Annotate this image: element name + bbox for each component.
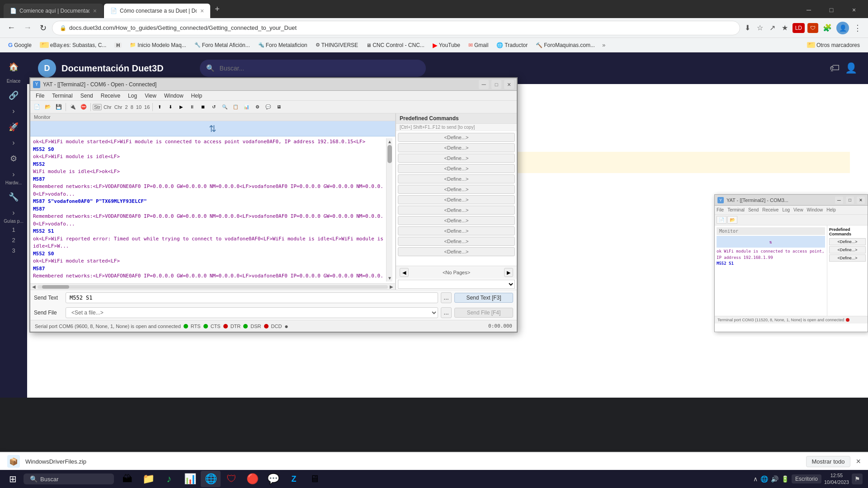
taskbar-app-chrome[interactable]: 🌐 — [201, 471, 221, 487]
menu-button[interactable]: ⋮ — [852, 21, 863, 35]
browser-tab-1[interactable]: 📄 Comience aquí | Documentación... × — [4, 4, 103, 18]
tb-btn-a[interactable]: ⬆ — [155, 103, 165, 112]
nav-num3[interactable]: 3 — [11, 246, 16, 255]
tb-btn-d[interactable]: ⏸ — [187, 103, 197, 112]
star-icon-button[interactable]: ★ — [780, 22, 790, 34]
menu-help[interactable]: Help — [188, 92, 206, 100]
bookmark-inicio[interactable]: 📁 Inicio Modelo Maq... — [126, 41, 189, 50]
tray-network-icon[interactable]: 🌐 — [760, 475, 768, 483]
yat-minimize-button[interactable]: ─ — [479, 80, 489, 89]
taskbar-app-spotify[interactable]: ♪ — [159, 471, 179, 487]
nav-chevron3[interactable]: › — [12, 170, 14, 178]
tb-save[interactable]: 💾 — [54, 103, 64, 112]
predefined-btn-11[interactable]: <Define...> — [398, 247, 515, 256]
send-text-dots-button[interactable]: … — [441, 292, 452, 303]
browser-tab-2[interactable]: 📄 Cómo conectarse a su Duet | Do... × — [104, 4, 210, 18]
bookmark-foro-metal[interactable]: 🔧 Foro Metal Afición... — [191, 41, 254, 50]
back-button[interactable]: ← — [5, 21, 18, 34]
send-file-select[interactable]: <Set a file...> — [66, 307, 438, 318]
bg-define-btn1[interactable]: <Define...> — [829, 238, 866, 245]
bookmark-cnc[interactable]: 🖥 CNC Control - CNC... — [363, 41, 428, 50]
bookmark-ebay[interactable]: 📁 eBay.es: Subastas, C... — [36, 41, 110, 50]
predefined-btn-5[interactable]: <Define...> — [398, 185, 515, 194]
predefined-btn-2[interactable]: <Define...> — [398, 154, 515, 163]
send-text-input[interactable] — [66, 292, 438, 303]
menu-receive[interactable]: Receive — [97, 92, 124, 100]
tb-btn-h[interactable]: 📋 — [231, 103, 241, 112]
bookmark-google[interactable]: G Google — [5, 40, 35, 50]
bg-define-btn3[interactable]: <Define...> — [829, 254, 866, 262]
menu-file[interactable]: File — [32, 92, 48, 100]
taskbar-search-box[interactable]: 🔍 Buscar — [24, 474, 114, 484]
pages-next-button[interactable]: ▶ — [504, 268, 513, 277]
send-text-button[interactable]: Send Text [F3] — [454, 293, 513, 303]
predefined-btn-6[interactable]: <Define...> — [398, 195, 515, 204]
predefined-btn-1[interactable]: <Define...> — [398, 143, 515, 152]
predefined-btn-4[interactable]: <Define...> — [398, 174, 515, 183]
taskbar-app-explorer[interactable]: 📁 — [138, 471, 158, 487]
share-icon-button[interactable]: ↗ — [768, 22, 777, 34]
predefined-btn-8[interactable]: <Define...> — [398, 216, 515, 225]
h-right-arrow[interactable]: ▶ — [390, 284, 393, 289]
user-avatar-button[interactable]: 👤 — [836, 22, 849, 34]
bg-tb2[interactable]: 📂 — [727, 216, 737, 224]
taskbar-app-excel[interactable]: 📊 — [180, 471, 200, 487]
nav-gear-icon[interactable]: ⚙ — [4, 149, 24, 169]
scroll-thumb[interactable] — [387, 145, 392, 163]
scroll-icon[interactable]: ⇅ — [209, 123, 217, 134]
start-button[interactable]: ⊞ — [3, 471, 23, 487]
tb-btn-k[interactable]: 💬 — [263, 103, 273, 112]
tb-btn-c[interactable]: ▶ — [176, 103, 186, 112]
download-icon-button[interactable]: ⬇ — [743, 22, 752, 34]
taskbar-app-terminal[interactable]: 🖥 — [305, 471, 325, 487]
new-tab-button[interactable]: + — [211, 5, 223, 14]
predefined-btn-0[interactable]: <Define...> — [398, 133, 515, 142]
nav-wrench-icon[interactable]: 🔧 — [4, 187, 24, 207]
predefined-btn-7[interactable]: <Define...> — [398, 206, 515, 215]
taskbar-app-red[interactable]: 🔴 — [242, 471, 262, 487]
tab2-close[interactable]: × — [200, 7, 204, 14]
bg-yat-restore[interactable]: □ — [846, 197, 854, 204]
bookmarks-more[interactable]: » — [599, 40, 608, 50]
taskbar-app-z[interactable]: Z — [284, 471, 304, 487]
reload-button[interactable]: ↻ — [37, 21, 49, 35]
tb-btn-f[interactable]: ↺ — [209, 103, 219, 112]
extension2-icon[interactable]: 🛡 — [807, 23, 818, 33]
predefined-page-select[interactable] — [398, 280, 515, 289]
other-bookmarks[interactable]: 📁 Otros marcadores — [803, 41, 863, 50]
send-file-dots-button[interactable]: … — [441, 307, 452, 318]
bookmark-foro-metalaficion[interactable]: 🔩 Foro Metalaficion — [255, 41, 311, 50]
horizontal-scrollbar[interactable]: ◀ ▶ — [30, 283, 395, 290]
yat-close-button[interactable]: × — [504, 80, 514, 89]
taskbar-app-mountains[interactable]: 🏔 — [118, 471, 137, 487]
puzzle-icon[interactable]: 🧩 — [821, 22, 834, 34]
nav-num2[interactable]: 2 — [11, 236, 16, 244]
address-bar[interactable]: 🔒 docs.duet3d.com/How_to_guides/Getting_… — [52, 21, 740, 35]
tray-volume-icon[interactable]: 🔊 — [771, 475, 778, 483]
notification-button[interactable]: ⚑ — [852, 474, 863, 484]
yat-restore-button[interactable]: □ — [491, 80, 501, 89]
bookmark-gmail[interactable]: ✉ Gmail — [465, 41, 492, 50]
menu-terminal[interactable]: Terminal — [48, 92, 76, 100]
bookmark-traductor[interactable]: 🌐 Traductor — [493, 41, 531, 50]
tb-connect[interactable]: 🔌 — [68, 103, 78, 112]
user-icon[interactable]: 👤 — [845, 62, 857, 74]
bg-define-btn2[interactable]: <Define...> — [829, 246, 866, 253]
extensions-icon[interactable]: LD — [793, 23, 805, 33]
download-close-button[interactable]: × — [856, 457, 861, 466]
scroll-down-arrow[interactable]: ▼ — [387, 275, 392, 282]
nav-num1[interactable]: 1 — [11, 225, 16, 234]
tb-btn-b[interactable]: ⬇ — [165, 103, 175, 112]
nav-link-icon[interactable]: 🔗 — [4, 85, 24, 105]
site-search-box[interactable]: 🔍 — [200, 60, 426, 77]
bookmark-icon-button[interactable]: ☆ — [755, 22, 765, 34]
nav-home-icon[interactable]: 🏠 — [4, 57, 24, 77]
predefined-btn-3[interactable]: <Define...> — [398, 164, 515, 173]
h-left-arrow[interactable]: ◀ — [32, 284, 36, 289]
bg-yat-minimize[interactable]: ─ — [835, 197, 843, 204]
tb-open[interactable]: 📂 — [43, 103, 53, 112]
send-file-button[interactable]: Send File [F4] — [454, 308, 513, 318]
menu-window[interactable]: Window — [160, 92, 187, 100]
tab1-close[interactable]: × — [93, 7, 97, 14]
forward-button[interactable]: → — [21, 21, 34, 34]
